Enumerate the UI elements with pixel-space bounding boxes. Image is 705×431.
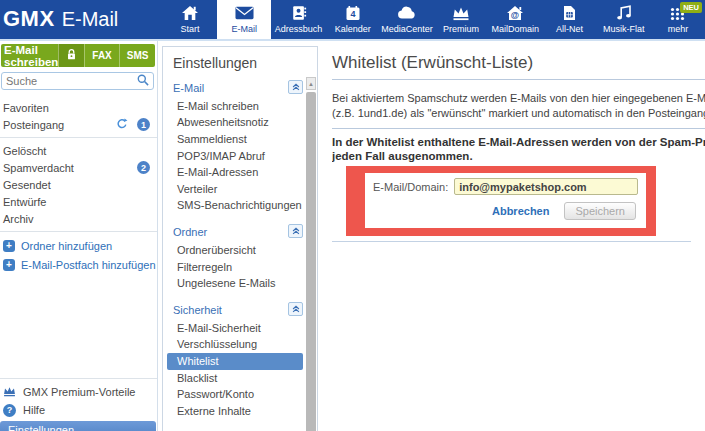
music-note-icon — [616, 4, 632, 22]
settings-sections: E-MailE-Mail schreibenAbwesenheitsnotizS… — [163, 79, 317, 420]
folder-list: FavoritenPosteingang1GelöschtSpamverdach… — [0, 99, 157, 274]
settings-item-sms-benachrichtigungen[interactable]: SMS-Benachrichtigungen — [163, 198, 317, 215]
note-line-2: jeden Fall ausgenommen. — [332, 150, 705, 164]
tab-mehr[interactable]: NEU mehr — [651, 0, 705, 39]
folder-item[interactable]: Favoriten — [0, 99, 157, 116]
tab-start[interactable]: Start — [163, 0, 217, 39]
folder-item[interactable]: Entwürfe — [0, 193, 157, 210]
divider — [0, 231, 157, 232]
folder-item[interactable]: Posteingang1 — [0, 116, 157, 133]
encrypted-compose-button[interactable] — [58, 44, 84, 67]
collapse-icon[interactable] — [288, 302, 303, 316]
settings-item-verteiler[interactable]: Verteiler — [163, 181, 317, 198]
folder-label: Archiv — [3, 213, 150, 225]
sim-card-icon — [563, 4, 576, 22]
whitelist-entry-form: E-Mail/Domain: Abbrechen Speichern — [365, 173, 646, 228]
calendar-icon: 4 — [345, 4, 361, 22]
folder-label: Posteingang — [3, 119, 116, 131]
gmx-logo[interactable]: GMXE-Mail — [3, 6, 118, 32]
settings-nav-label: Einstellungen — [8, 424, 74, 431]
add-link-label: Ordner hinzufügen — [21, 240, 112, 252]
add-link[interactable]: +Ordner hinzufügen — [0, 236, 157, 255]
tab-label: Musik-Flat — [603, 24, 645, 34]
settings-item-externe-inhalte[interactable]: Externe Inhalte — [163, 403, 317, 420]
settings-section-header[interactable]: Sicherheit — [163, 301, 317, 320]
premium-benefits-label: GMX Premium-Vorteile — [23, 386, 135, 398]
tab-label: Premium — [443, 24, 479, 34]
settings-item-passwort-konto[interactable]: Passwort/Konto — [163, 386, 317, 403]
folder-item[interactable]: Gelöscht — [0, 142, 157, 159]
unread-badge: 1 — [137, 118, 150, 131]
settings-item-pop3-imap-abruf[interactable]: POP3/IMAP Abruf — [163, 148, 317, 165]
add-link[interactable]: +E-Mail-Postfach hinzufügen — [0, 255, 157, 274]
scrollbar-up-arrow[interactable]: ▲ — [306, 77, 316, 90]
settings-scrollbar: ▲ — [306, 77, 316, 431]
settings-item-verschl-sselung[interactable]: Verschlüsselung — [163, 337, 317, 354]
settings-item-whitelist[interactable]: Whitelist — [167, 353, 303, 370]
tab-label: MailDomain — [492, 24, 540, 34]
crown-icon — [452, 4, 470, 22]
svg-text:4: 4 — [350, 9, 355, 19]
whitelist-note-text: In der Whitelist enthaltene E-Mail-Adres… — [332, 136, 705, 163]
top-navigation-bar: GMXE-Mail Start E-Mail Adressbuch — [0, 0, 705, 41]
lock-icon — [66, 48, 77, 63]
unread-badge: 2 — [137, 161, 150, 174]
compose-bar: E-Mail schreiben FAX SMS — [1, 44, 155, 67]
folder-label: Gesendet — [3, 179, 150, 191]
settings-item-e-mail-sicherheit[interactable]: E-Mail-Sicherheit — [163, 320, 317, 337]
tab-label: All-Net — [556, 24, 583, 34]
premium-crown-icon — [3, 386, 16, 399]
scrollbar-thumb[interactable] — [306, 92, 316, 431]
premium-benefits-link[interactable]: GMX Premium-Vorteile — [0, 383, 157, 401]
collapse-icon[interactable] — [288, 224, 303, 238]
sms-button[interactable]: SMS — [119, 44, 155, 67]
gmx-email-app: GMXE-Mail Start E-Mail Adressbuch — [0, 0, 705, 431]
intro-line-2: (z.B. 1und1.de) als "erwünscht" markiert… — [332, 106, 705, 121]
settings-item-ungelesene-e-mails[interactable]: Ungelesene E-Mails — [163, 275, 317, 292]
tab-maildomain[interactable]: @ MailDomain — [488, 0, 542, 39]
settings-item-blacklist[interactable]: Blacklist — [163, 370, 317, 387]
tab-adressbuch[interactable]: Adressbuch — [271, 0, 325, 39]
settings-item-e-mail-schreiben[interactable]: E-Mail schreiben — [163, 98, 317, 115]
compose-email-button[interactable]: E-Mail schreiben — [1, 44, 58, 67]
tab-musikflat[interactable]: Musik-Flat — [597, 0, 651, 39]
tab-email[interactable]: E-Mail — [217, 0, 271, 39]
search-icon[interactable] — [137, 72, 149, 90]
tab-label: MediaCenter — [381, 24, 433, 34]
collapse-icon[interactable] — [288, 80, 303, 94]
settings-item-e-mail-adressen[interactable]: E-Mail-Adressen — [163, 164, 317, 181]
tab-mediacenter[interactable]: MediaCenter — [380, 0, 434, 39]
settings-section-header[interactable]: E-Mail — [163, 79, 317, 98]
product-name: E-Mail — [62, 8, 119, 30]
plus-icon: + — [3, 240, 15, 252]
main-content: Whitelist (Erwünscht-Liste) Bei aktivier… — [318, 41, 705, 431]
email-domain-input[interactable] — [454, 178, 638, 195]
settings-item-ordner-bersicht[interactable]: Ordnerübersicht — [163, 242, 317, 259]
help-icon: ? — [3, 404, 16, 417]
settings-item-sammeldienst[interactable]: Sammeldienst — [163, 131, 317, 148]
folder-label: Gelöscht — [3, 145, 150, 157]
settings-section-header[interactable]: Ordner — [163, 223, 317, 242]
search-input[interactable] — [6, 75, 137, 87]
folder-item[interactable]: Spamverdacht2 — [0, 159, 157, 176]
search-box — [1, 72, 154, 90]
help-label: Hilfe — [23, 404, 45, 416]
tab-premium[interactable]: Premium — [434, 0, 488, 39]
settings-nav-item[interactable]: Einstellungen — [0, 421, 156, 431]
folder-item[interactable]: Archiv — [0, 210, 157, 227]
note-line-1: In der Whitelist enthaltene E-Mail-Adres… — [332, 136, 705, 150]
tab-allnet[interactable]: All-Net — [542, 0, 596, 39]
cancel-link[interactable]: Abbrechen — [492, 205, 549, 217]
save-button[interactable]: Speichern — [564, 202, 636, 220]
folder-item[interactable]: Gesendet — [0, 176, 157, 193]
help-link[interactable]: ? Hilfe — [0, 401, 157, 419]
settings-item-filterregeln[interactable]: Filterregeln — [163, 259, 317, 276]
divider — [0, 378, 157, 379]
tab-label: Adressbuch — [275, 24, 323, 34]
refresh-icon[interactable] — [116, 118, 132, 132]
folder-label: Spamverdacht — [3, 162, 132, 174]
tab-kalender[interactable]: 4 Kalender — [326, 0, 380, 39]
email-domain-label: E-Mail/Domain: — [373, 181, 448, 193]
settings-item-abwesenheitsnotiz[interactable]: Abwesenheitsnotiz — [163, 115, 317, 132]
fax-button[interactable]: FAX — [84, 44, 118, 67]
